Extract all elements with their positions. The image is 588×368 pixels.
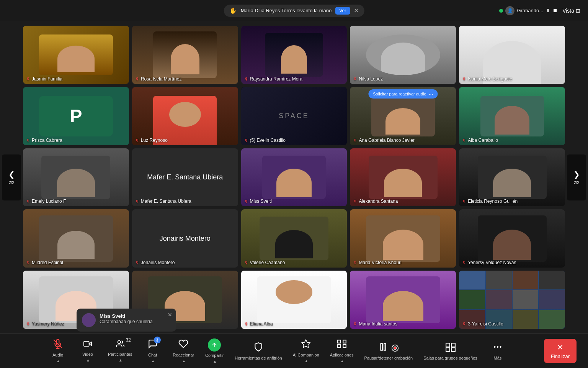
participant-maria-victoria[interactable]: 🎙 Maria Victoria Khouri [350,209,456,268]
mic-off-icon-jonairis: 🎙 [135,260,139,265]
toolbar-salas[interactable]: Salas para grupos pequeños [420,340,481,363]
mic-off-icon-nilsa: 🎙 [353,77,357,81]
toolbar-chat[interactable]: 3 Chat ▲ [139,337,166,365]
finalizar-button[interactable]: ✕ Finalizar [544,339,577,363]
participant-textonly-mafer: Mafer E. Santana Ubiera [143,169,227,185]
toolbar-ai-companion[interactable]: Al Companion ▲ [289,337,323,365]
svg-rect-8 [343,340,346,343]
audio-label: Audio [52,353,63,357]
green-dot-icon [499,9,503,13]
close-chat-popup-button[interactable]: ✕ [168,312,172,318]
svg-rect-4 [84,342,89,347]
video-expand-icon: ▲ [86,358,90,362]
participant-eleticia[interactable]: 🎙 Eleticia Reynoso Guillén [459,148,565,207]
mic-off-icon-svelti: 🎙 [244,199,248,204]
participant-raysandra[interactable]: 🎙 Raysandra Ramírez Mora [241,26,347,84]
page-indicator-right: 2/2 [574,181,579,185]
participant-name-jonairis: 🎙 Jonairis Montero [135,260,175,265]
request-audio-dots[interactable]: ··· [429,91,433,97]
participant-name-yenersy: 🎙 Yenersy Volquéz Novas [462,260,516,265]
toolbar-pausar[interactable]: Pausar/detener grabación [361,340,417,363]
participant-name-mafer: 🎙 Mafer E. Santana Ubiera [135,199,191,204]
svg-marker-6 [302,340,310,348]
participant-evelin[interactable]: SPACE 🎙 (5) Evelin Castillo [241,87,347,145]
pause-icon[interactable]: ⏸ [546,8,550,13]
avatar-letter-p: P [70,105,82,127]
toolbar-mas[interactable]: Más [484,340,511,363]
participant-mildred[interactable]: 🎙 Mildred Espinal [23,209,129,268]
participant-name-rosa: 🎙 Rosa Isela Martínez [135,76,182,82]
grid-row-4: 🎙 Mildred Espinal Jonairis Montero 🎙 Jon… [23,209,565,268]
participant-isania[interactable]: 🎙 Isania Melo Beriguete [459,26,565,84]
svg-rect-11 [381,343,382,350]
host-tools-icon [253,342,263,354]
vista-button[interactable]: Vista ⊞ [562,8,580,14]
participant-mafer[interactable]: Mafer E. Santana Ubiera 🎙 Mafer E. Santa… [132,148,238,207]
participant-alba[interactable]: 🎙 Alba Caraballo [459,87,565,145]
toolbar-participantes[interactable]: 32 Participantes ▲ [104,337,136,365]
participant-name-yafreisi: 🎙 3-Yafreisi Castillo [462,321,503,327]
participant-maria-idalia[interactable]: 🎙 Maria Idalia santos [350,271,456,329]
svg-rect-15 [446,343,450,347]
toolbar-audio[interactable]: Audio ▲ [44,337,71,365]
breakout-rooms-icon [446,342,456,354]
next-page-button[interactable]: ❯ 2/2 [567,154,586,200]
stop-icon[interactable]: ⏹ [553,8,558,13]
audio-icon [53,339,63,351]
mic-off-icon-yusmery: 🎙 [26,322,30,326]
toolbar-compartir[interactable]: Compartir ▲ [201,336,228,366]
participant-name-alexandra: 🎙 Alexandra Santana [353,199,398,204]
participants-expand-icon: ▲ [119,358,122,362]
grid-view-icon: ⊞ [576,8,580,14]
chat-icon: 3 [148,339,158,351]
toolbar-aplicaciones[interactable]: Aplicaciones ▲ [326,337,358,365]
participant-prisca[interactable]: P 🎙 Prisca Cabrera [23,87,129,145]
request-audio-popup[interactable]: Solicitar para reactivar audio ··· [368,89,438,99]
participants-icon: 32 [115,340,126,350]
chat-message-popup: Miss Svelti Carambaaaa que chulería ✕ [77,309,176,332]
chat-popup-avatar [82,313,96,327]
participant-yenersy[interactable]: 🎙 Yenersy Volquéz Novas [459,209,565,268]
ver-button[interactable]: Ver [335,7,350,15]
chat-popup-message: Carambaaaa que chulería [100,319,171,324]
participant-name-prisca: 🎙 Prisca Cabrera [26,138,62,143]
participant-miss-svelti[interactable]: 🎙 Miss Svelti [241,148,347,207]
toolbar-reaccionar[interactable]: Reaccionar ▲ [169,337,198,365]
participant-ana-gabriela[interactable]: Solicitar para reactivar audio ··· 🎙 Ana… [350,87,456,145]
participant-name-ana: 🎙 Ana Gabriela Blanco Javier [353,138,414,143]
close-notification-button[interactable]: ✕ [354,7,359,14]
participant-emely[interactable]: 🎙 Emely Luciano F [23,148,129,207]
svg-rect-9 [338,345,341,348]
toolbar-items: Audio ▲ Video ▲ 32 [11,336,544,366]
svg-point-14 [394,347,397,349]
react-label: Reaccionar [173,353,194,357]
mic-off-icon-alex: 🎙 [353,199,357,204]
participants-label: Participantes [108,352,132,356]
participant-alexandra[interactable]: 🎙 Alexandra Santana [350,148,456,207]
prev-page-button[interactable]: ❮ 2/2 [2,154,21,200]
hand-raise-notification: ✋ María Dilia Reyes Torres levantó la ma… [224,5,364,17]
share-expand-icon: ▲ [213,359,217,363]
page-indicator-left: 2/2 [9,181,14,185]
apps-expand-icon: ▲ [340,359,344,363]
participant-rosa-isela[interactable]: 🎙 Rosa Isela Martínez [132,26,238,84]
mic-off-icon: 🎙 [26,77,30,81]
toolbar-video[interactable]: Video ▲ [74,337,101,365]
participant-jasmin-familia[interactable]: 🎙 Jasmin Familia [23,26,129,84]
svg-point-19 [494,346,495,347]
mic-off-icon-mv: 🎙 [353,260,357,265]
video-label: Video [82,352,93,356]
hand-icon: ✋ [229,7,237,14]
participant-jonairis[interactable]: Jonairis Montero 🎙 Jonairis Montero [132,209,238,268]
finalizar-icon: ✕ [557,343,564,352]
participant-valerie[interactable]: 🎙 Valerie Caamaño [241,209,347,268]
mic-off-icon-yafreisi: 🎙 [462,322,466,326]
participant-name-maria-victoria: 🎙 Maria Victoria Khouri [353,260,401,265]
participant-nilsa[interactable]: 🎙 Nilsa Lopez [350,26,456,84]
more-icon [493,342,503,354]
toolbar-herramientas[interactable]: Herramientas de anfitrión [231,340,286,363]
participant-name-luz: 🎙 Luz Reynoso [135,138,168,143]
participant-eliana[interactable]: 🎙 Eliana Alba [241,271,347,329]
participant-luz[interactable]: 🎙 Luz Reynoso [132,87,238,145]
participant-yafreisi[interactable]: 🎙 3-Yafreisi Castillo [459,271,565,329]
